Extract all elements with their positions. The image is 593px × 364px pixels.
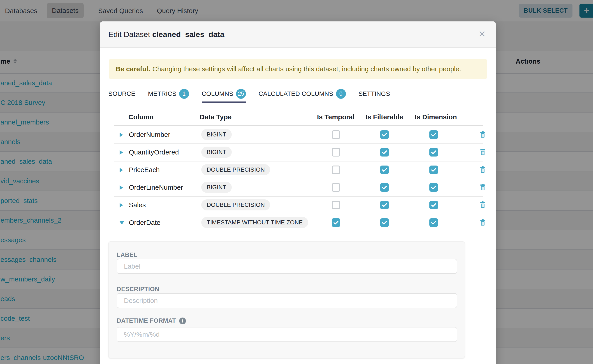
data-type-pill: BIGINT	[201, 147, 232, 158]
tab-label: SOURCE	[108, 90, 135, 98]
expand-caret-icon[interactable]	[120, 203, 123, 208]
tab-source[interactable]: SOURCE	[108, 86, 135, 102]
tab-label: METRICS	[148, 90, 177, 98]
is-temporal-checkbox[interactable]	[332, 201, 340, 209]
edit-dataset-modal: Edit Dataset cleaned_sales_data ✕ Be car…	[100, 21, 496, 364]
collapse-caret-icon[interactable]	[120, 221, 124, 225]
tab-metrics[interactable]: METRICS1	[148, 86, 189, 102]
column-row-ordernumber: OrderNumber BIGINT	[114, 126, 483, 144]
is-filterable-checkbox[interactable]	[380, 148, 389, 156]
data-type-header: Data Type	[200, 113, 231, 121]
modal-title-prefix: Edit Dataset	[108, 30, 150, 39]
is-temporal-checkbox[interactable]	[332, 218, 340, 227]
warning-banner: Be careful. Changing these settings will…	[109, 59, 487, 79]
is-temporal-checkbox[interactable]	[332, 130, 340, 139]
is-dimension-checkbox[interactable]	[429, 183, 438, 192]
tab-columns[interactable]: COLUMNS25	[202, 86, 246, 102]
is-dimension-checkbox[interactable]	[429, 166, 438, 174]
modal-header: Edit Dataset cleaned_sales_data ✕	[100, 21, 496, 48]
delete-column-trash-icon[interactable]	[480, 166, 486, 174]
tab-label: CALCULATED COLUMNS	[259, 90, 333, 98]
column-row-priceeach: PriceEach DOUBLE PRECISION	[114, 161, 483, 179]
tab-label: COLUMNS	[202, 90, 233, 98]
column-name: OrderDate	[129, 219, 160, 227]
is-filterable-checkbox[interactable]	[380, 166, 389, 174]
data-type-pill: DOUBLE PRECISION	[201, 164, 270, 175]
delete-column-trash-icon[interactable]	[480, 184, 486, 191]
warning-banner-bold: Be careful.	[116, 65, 150, 73]
is-filterable-checkbox[interactable]	[380, 130, 389, 139]
metrics-count-badge: 1	[179, 89, 189, 99]
column-row-quantityordered: QuantityOrdered BIGINT	[114, 143, 483, 162]
expand-caret-icon[interactable]	[120, 150, 123, 155]
description-field-label-text: DESCRIPTION	[117, 286, 159, 293]
info-icon[interactable]: i	[179, 318, 186, 324]
tab-label: SETTINGS	[359, 90, 390, 98]
calculated-columns-count-badge: 0	[336, 89, 346, 99]
is-filterable-header: Is Filterable	[366, 113, 403, 121]
delete-column-trash-icon[interactable]	[480, 201, 486, 209]
column-row-sales: Sales DOUBLE PRECISION	[114, 196, 483, 214]
expand-caret-icon[interactable]	[120, 168, 123, 172]
datetime-format-label-text: DATETIME FORMAT	[117, 317, 176, 324]
description-field-label: DESCRIPTION	[117, 286, 159, 293]
tab-calculated-columns[interactable]: CALCULATED COLUMNS0	[259, 86, 346, 102]
is-temporal-checkbox[interactable]	[332, 183, 340, 192]
datetime-format-field-label: DATETIME FORMAT i	[117, 317, 186, 324]
description-input[interactable]	[117, 293, 457, 308]
column-row-orderdate: OrderDate TIMESTAMP WITHOUT TIME ZONE	[114, 214, 483, 239]
modal-title-dataset-name: cleaned_sales_data	[152, 30, 224, 39]
close-icon[interactable]: ✕	[478, 30, 486, 39]
modal-tabs: SOURCE METRICS1 COLUMNS25 CALCULATED COL…	[108, 86, 488, 102]
is-temporal-header: Is Temporal	[317, 113, 355, 121]
label-field-label-text: LABEL	[117, 252, 138, 259]
column-name: OrderLineNumber	[129, 184, 183, 191]
data-type-pill: BIGINT	[201, 129, 232, 140]
is-temporal-checkbox[interactable]	[332, 148, 340, 156]
delete-column-trash-icon[interactable]	[480, 148, 486, 156]
is-dimension-checkbox[interactable]	[429, 130, 438, 139]
column-row-orderlinenumber: OrderLineNumber BIGINT	[114, 179, 483, 197]
data-type-pill: TIMESTAMP WITHOUT TIME ZONE	[201, 217, 308, 228]
warning-banner-text: Changing these settings will affect all …	[152, 65, 461, 73]
is-dimension-checkbox[interactable]	[429, 201, 438, 209]
is-dimension-checkbox[interactable]	[429, 148, 438, 156]
expand-caret-icon[interactable]	[120, 133, 123, 137]
modal-title: Edit Dataset cleaned_sales_data	[108, 30, 224, 39]
data-type-pill: BIGINT	[201, 182, 232, 193]
delete-column-trash-icon[interactable]	[480, 219, 486, 227]
delete-column-trash-icon[interactable]	[480, 131, 486, 139]
is-dimension-header: Is Dimension	[415, 113, 457, 121]
is-filterable-checkbox[interactable]	[380, 183, 389, 192]
column-header: Column	[128, 113, 154, 121]
is-dimension-checkbox[interactable]	[429, 218, 438, 227]
columns-count-badge: 25	[236, 89, 246, 99]
data-type-pill: DOUBLE PRECISION	[201, 199, 270, 210]
is-temporal-checkbox[interactable]	[332, 166, 340, 174]
label-input[interactable]	[117, 259, 457, 274]
column-name: QuantityOrdered	[129, 148, 179, 156]
is-filterable-checkbox[interactable]	[380, 218, 389, 227]
label-field-label: LABEL	[117, 252, 138, 259]
column-name: OrderNumber	[129, 131, 170, 138]
datetime-format-input[interactable]	[117, 327, 457, 342]
is-filterable-checkbox[interactable]	[380, 201, 389, 209]
expand-caret-icon[interactable]	[120, 185, 123, 190]
tab-settings[interactable]: SETTINGS	[359, 86, 390, 102]
column-name: Sales	[129, 201, 146, 209]
column-name: PriceEach	[129, 166, 160, 174]
